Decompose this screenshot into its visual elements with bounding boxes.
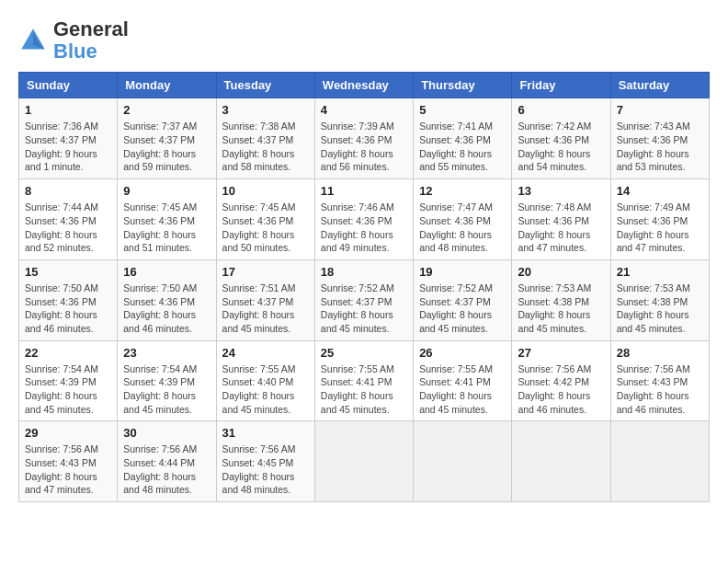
day-detail: Sunrise: 7:50 AM Sunset: 4:36 PM Dayligh… — [123, 282, 210, 336]
calendar-cell: 31Sunrise: 7:56 AM Sunset: 4:45 PM Dayli… — [216, 421, 314, 502]
calendar-week-3: 15Sunrise: 7:50 AM Sunset: 4:36 PM Dayli… — [19, 259, 710, 340]
calendar-cell: 28Sunrise: 7:56 AM Sunset: 4:43 PM Dayli… — [610, 340, 709, 421]
day-number: 16 — [123, 265, 210, 279]
calendar-header: SundayMondayTuesdayWednesdayThursdayFrid… — [19, 73, 710, 98]
calendar-cell: 20Sunrise: 7:53 AM Sunset: 4:38 PM Dayli… — [512, 259, 610, 340]
day-detail: Sunrise: 7:42 AM Sunset: 4:36 PM Dayligh… — [518, 120, 604, 174]
day-detail: Sunrise: 7:55 AM Sunset: 4:41 PM Dayligh… — [321, 362, 407, 417]
calendar-table: SundayMondayTuesdayWednesdayThursdayFrid… — [18, 72, 710, 502]
day-number: 2 — [123, 103, 210, 117]
day-number: 19 — [419, 265, 506, 279]
day-detail: Sunrise: 7:46 AM Sunset: 4:36 PM Dayligh… — [321, 201, 407, 255]
day-number: 26 — [419, 346, 506, 360]
calendar-cell — [610, 421, 709, 502]
day-detail: Sunrise: 7:56 AM Sunset: 4:43 PM Dayligh… — [617, 362, 703, 417]
day-number: 3 — [222, 103, 309, 117]
day-detail: Sunrise: 7:56 AM Sunset: 4:43 PM Dayligh… — [25, 442, 111, 497]
calendar-cell: 10Sunrise: 7:45 AM Sunset: 4:36 PM Dayli… — [216, 179, 314, 260]
weekday-header-sunday: Sunday — [19, 73, 118, 98]
calendar-cell: 1Sunrise: 7:36 AM Sunset: 4:37 PM Daylig… — [19, 98, 118, 179]
day-detail: Sunrise: 7:49 AM Sunset: 4:36 PM Dayligh… — [617, 201, 703, 255]
calendar-cell: 12Sunrise: 7:47 AM Sunset: 4:36 PM Dayli… — [414, 179, 512, 260]
day-detail: Sunrise: 7:45 AM Sunset: 4:36 PM Dayligh… — [222, 201, 309, 255]
calendar-cell: 30Sunrise: 7:56 AM Sunset: 4:44 PM Dayli… — [118, 421, 216, 502]
day-detail: Sunrise: 7:52 AM Sunset: 4:37 PM Dayligh… — [419, 282, 506, 336]
day-number: 11 — [321, 184, 407, 198]
calendar-week-2: 8Sunrise: 7:44 AM Sunset: 4:36 PM Daylig… — [19, 179, 710, 260]
calendar-cell: 25Sunrise: 7:55 AM Sunset: 4:41 PM Dayli… — [314, 340, 413, 421]
day-number: 6 — [518, 103, 604, 117]
logo: General Blue — [18, 18, 129, 63]
day-number: 4 — [321, 103, 407, 117]
day-detail: Sunrise: 7:39 AM Sunset: 4:36 PM Dayligh… — [321, 120, 407, 174]
day-detail: Sunrise: 7:55 AM Sunset: 4:40 PM Dayligh… — [222, 362, 309, 417]
day-number: 31 — [222, 426, 309, 440]
calendar-cell — [314, 421, 413, 502]
logo-icon — [18, 26, 48, 55]
calendar-cell — [512, 421, 610, 502]
day-detail: Sunrise: 7:56 AM Sunset: 4:42 PM Dayligh… — [518, 362, 604, 417]
day-number: 29 — [25, 426, 111, 440]
weekday-header-thursday: Thursday — [414, 73, 512, 98]
day-detail: Sunrise: 7:38 AM Sunset: 4:37 PM Dayligh… — [222, 120, 309, 174]
day-detail: Sunrise: 7:53 AM Sunset: 4:38 PM Dayligh… — [617, 282, 703, 336]
calendar-cell: 11Sunrise: 7:46 AM Sunset: 4:36 PM Dayli… — [314, 179, 413, 260]
day-detail: Sunrise: 7:41 AM Sunset: 4:36 PM Dayligh… — [419, 120, 506, 174]
calendar-cell: 27Sunrise: 7:56 AM Sunset: 4:42 PM Dayli… — [512, 340, 610, 421]
calendar-cell: 9Sunrise: 7:45 AM Sunset: 4:36 PM Daylig… — [118, 179, 216, 260]
day-detail: Sunrise: 7:55 AM Sunset: 4:41 PM Dayligh… — [419, 362, 506, 417]
day-number: 20 — [518, 265, 604, 279]
calendar-cell: 15Sunrise: 7:50 AM Sunset: 4:36 PM Dayli… — [19, 259, 118, 340]
calendar-cell: 14Sunrise: 7:49 AM Sunset: 4:36 PM Dayli… — [610, 179, 709, 260]
calendar-cell: 2Sunrise: 7:37 AM Sunset: 4:37 PM Daylig… — [118, 98, 216, 179]
day-number: 9 — [123, 184, 210, 198]
day-number: 18 — [321, 265, 407, 279]
day-number: 15 — [25, 265, 111, 279]
day-number: 17 — [222, 265, 309, 279]
day-detail: Sunrise: 7:54 AM Sunset: 4:39 PM Dayligh… — [25, 362, 111, 417]
weekday-header-wednesday: Wednesday — [314, 73, 413, 98]
day-detail: Sunrise: 7:36 AM Sunset: 4:37 PM Dayligh… — [25, 120, 111, 174]
calendar-cell: 3Sunrise: 7:38 AM Sunset: 4:37 PM Daylig… — [216, 98, 314, 179]
day-number: 24 — [222, 346, 309, 360]
day-number: 10 — [222, 184, 309, 198]
calendar-cell: 24Sunrise: 7:55 AM Sunset: 4:40 PM Dayli… — [216, 340, 314, 421]
day-detail: Sunrise: 7:56 AM Sunset: 4:44 PM Dayligh… — [123, 442, 210, 497]
day-detail: Sunrise: 7:45 AM Sunset: 4:36 PM Dayligh… — [123, 201, 210, 255]
weekday-header-friday: Friday — [512, 73, 610, 98]
day-number: 5 — [419, 103, 506, 117]
calendar-cell: 17Sunrise: 7:51 AM Sunset: 4:37 PM Dayli… — [216, 259, 314, 340]
calendar-cell: 6Sunrise: 7:42 AM Sunset: 4:36 PM Daylig… — [512, 98, 610, 179]
calendar-cell: 26Sunrise: 7:55 AM Sunset: 4:41 PM Dayli… — [414, 340, 512, 421]
day-number: 22 — [25, 346, 111, 360]
day-detail: Sunrise: 7:37 AM Sunset: 4:37 PM Dayligh… — [123, 120, 210, 174]
calendar-cell: 8Sunrise: 7:44 AM Sunset: 4:36 PM Daylig… — [19, 179, 118, 260]
calendar-cell: 19Sunrise: 7:52 AM Sunset: 4:37 PM Dayli… — [414, 259, 512, 340]
day-detail: Sunrise: 7:51 AM Sunset: 4:37 PM Dayligh… — [222, 282, 309, 336]
day-number: 14 — [617, 184, 703, 198]
page-header: General Blue — [18, 18, 710, 63]
calendar-cell: 29Sunrise: 7:56 AM Sunset: 4:43 PM Dayli… — [19, 421, 118, 502]
calendar-cell: 13Sunrise: 7:48 AM Sunset: 4:36 PM Dayli… — [512, 179, 610, 260]
day-detail: Sunrise: 7:56 AM Sunset: 4:45 PM Dayligh… — [222, 442, 309, 497]
weekday-header-monday: Monday — [118, 73, 216, 98]
day-number: 7 — [617, 103, 703, 117]
calendar-cell: 23Sunrise: 7:54 AM Sunset: 4:39 PM Dayli… — [118, 340, 216, 421]
day-number: 28 — [617, 346, 703, 360]
logo-text: General Blue — [53, 18, 129, 63]
calendar-cell: 16Sunrise: 7:50 AM Sunset: 4:36 PM Dayli… — [118, 259, 216, 340]
calendar-week-5: 29Sunrise: 7:56 AM Sunset: 4:43 PM Dayli… — [19, 421, 710, 502]
weekday-header-saturday: Saturday — [610, 73, 709, 98]
calendar-cell: 18Sunrise: 7:52 AM Sunset: 4:37 PM Dayli… — [314, 259, 413, 340]
calendar-week-4: 22Sunrise: 7:54 AM Sunset: 4:39 PM Dayli… — [19, 340, 710, 421]
day-detail: Sunrise: 7:44 AM Sunset: 4:36 PM Dayligh… — [25, 201, 111, 255]
day-detail: Sunrise: 7:53 AM Sunset: 4:38 PM Dayligh… — [518, 282, 604, 336]
day-number: 12 — [419, 184, 506, 198]
calendar-cell: 5Sunrise: 7:41 AM Sunset: 4:36 PM Daylig… — [414, 98, 512, 179]
day-detail: Sunrise: 7:48 AM Sunset: 4:36 PM Dayligh… — [518, 201, 604, 255]
day-detail: Sunrise: 7:54 AM Sunset: 4:39 PM Dayligh… — [123, 362, 210, 417]
day-detail: Sunrise: 7:52 AM Sunset: 4:37 PM Dayligh… — [321, 282, 407, 336]
calendar-cell: 22Sunrise: 7:54 AM Sunset: 4:39 PM Dayli… — [19, 340, 118, 421]
day-number: 1 — [25, 103, 111, 117]
weekday-header-tuesday: Tuesday — [216, 73, 314, 98]
